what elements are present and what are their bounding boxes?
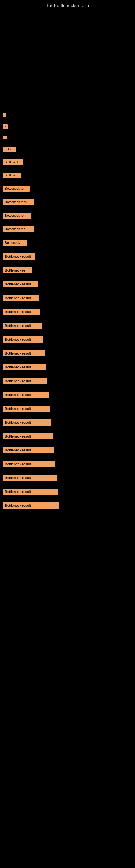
site-title: TheBottlenecker.com xyxy=(0,0,135,10)
result-item-21: Bottleneck result xyxy=(3,378,47,384)
result-item-6: Bottlene xyxy=(3,173,21,178)
result-item-10: Bottleneck res xyxy=(3,226,34,232)
result-item-1 xyxy=(3,113,6,117)
result-item-29: Bottleneck result xyxy=(3,489,58,495)
result-item-23: Bottleneck result xyxy=(3,405,50,412)
result-item-20: Bottleneck result xyxy=(3,364,46,370)
result-item-4: Bottler xyxy=(3,147,16,152)
result-item-11: Bottleneck xyxy=(3,240,27,246)
result-item-27: Bottleneck result xyxy=(3,461,55,467)
result-item-16: Bottleneck result xyxy=(3,309,41,315)
result-items-container: BBottlerBottleneckBottleneBottleneck reB… xyxy=(0,10,135,516)
result-item-22: Bottleneck result xyxy=(3,392,49,398)
result-item-25: Bottleneck result xyxy=(3,433,53,439)
result-item-19: Bottleneck result xyxy=(3,350,45,356)
result-item-3 xyxy=(3,136,7,139)
result-item-12: Bottleneck result xyxy=(3,253,35,259)
result-item-2: B xyxy=(3,124,8,129)
result-item-5: Bottleneck xyxy=(3,159,23,165)
result-item-7: Bottleneck re xyxy=(3,186,30,191)
result-item-8: Bottleneck resu xyxy=(3,199,34,205)
result-item-14: Bottleneck result xyxy=(3,281,38,287)
result-item-24: Bottleneck result xyxy=(3,420,51,426)
result-item-9: Bottleneck re xyxy=(3,213,31,219)
result-item-13: Bottleneck re xyxy=(3,267,32,273)
result-item-17: Bottleneck result xyxy=(3,322,42,329)
result-item-30: Bottleneck result xyxy=(3,502,59,508)
result-item-18: Bottleneck result xyxy=(3,336,43,343)
result-item-28: Bottleneck result xyxy=(3,475,57,481)
result-item-15: Bottleneck result xyxy=(3,295,39,301)
result-item-26: Bottleneck result xyxy=(3,447,54,453)
